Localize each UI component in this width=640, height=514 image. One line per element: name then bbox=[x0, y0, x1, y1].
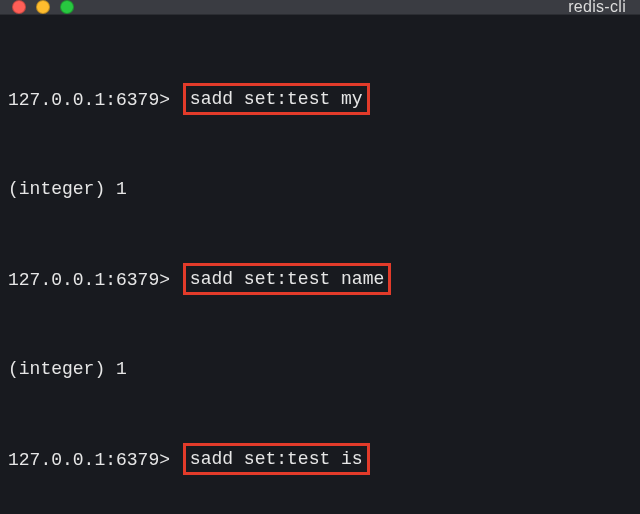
minimize-icon[interactable] bbox=[36, 0, 50, 14]
prompt: 127.0.0.1:6379> bbox=[8, 270, 170, 290]
terminal-line: 127.0.0.1:6379> sadd set:test name bbox=[8, 264, 632, 296]
prompt: 127.0.0.1:6379> bbox=[8, 90, 170, 110]
traffic-lights bbox=[12, 0, 74, 14]
maximize-icon[interactable] bbox=[60, 0, 74, 14]
close-icon[interactable] bbox=[12, 0, 26, 14]
terminal-line: 127.0.0.1:6379> sadd set:test is bbox=[8, 444, 632, 476]
titlebar: redis-cli bbox=[0, 0, 640, 15]
terminal-line: 127.0.0.1:6379> sadd set:test my bbox=[8, 84, 632, 116]
command-highlight: sadd set:test is bbox=[183, 443, 370, 475]
terminal-body[interactable]: 127.0.0.1:6379> sadd set:test my (intege… bbox=[0, 15, 640, 514]
terminal-output: (integer) 1 bbox=[8, 175, 632, 205]
window-title: redis-cli bbox=[568, 0, 626, 16]
prompt: 127.0.0.1:6379> bbox=[8, 450, 170, 470]
terminal-window: redis-cli 127.0.0.1:6379> sadd set:test … bbox=[0, 0, 640, 514]
command-highlight: sadd set:test my bbox=[183, 83, 370, 115]
terminal-output: (integer) 1 bbox=[8, 355, 632, 385]
command-highlight: sadd set:test name bbox=[183, 263, 391, 295]
